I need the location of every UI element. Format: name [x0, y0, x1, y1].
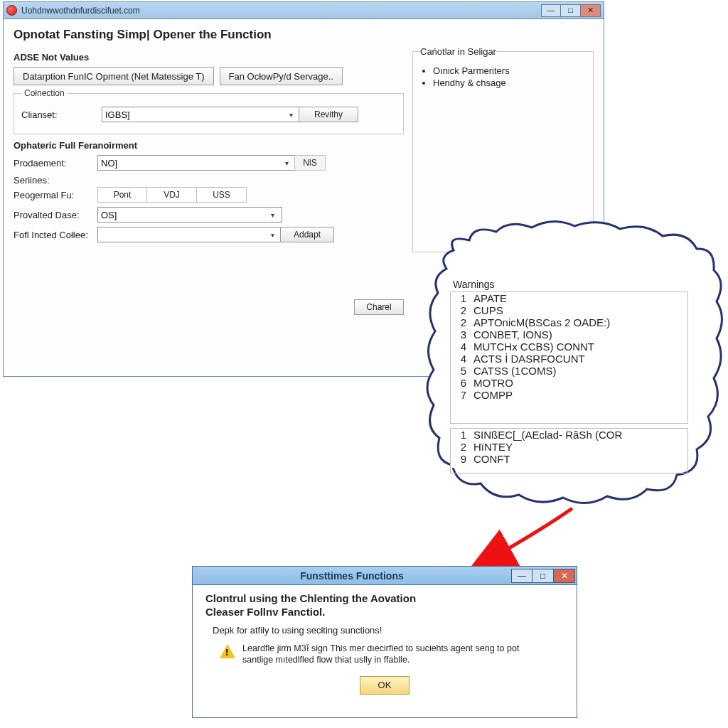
warning-row[interactable]: 5CATSS (1COMS)	[451, 365, 687, 377]
peogermal-label: Peogermal Fu:	[14, 190, 92, 200]
dialog-heading-2: Cleaser Follnv Fanctiol.	[205, 606, 564, 618]
fanoctow-button[interactable]: Fan OcłowPy/d Servage..	[220, 67, 343, 85]
warning-row[interactable]: 1APATE	[451, 292, 687, 304]
minimize-button[interactable]: —	[541, 4, 561, 17]
seligar-item[interactable]: Oınick Parmeriters	[433, 65, 586, 76]
seg-pont[interactable]: Pont	[97, 187, 147, 203]
dialog-title: Funsttimes Functions	[193, 570, 511, 582]
warning-row[interactable]: 7COMPP	[451, 389, 687, 401]
provalted-label: Provalted Dase:	[14, 210, 92, 220]
close-button[interactable]: ✕	[581, 4, 601, 17]
dialog-maximize-button[interactable]: □	[532, 569, 554, 583]
page-title: Opnotat Fansting Simp| Opener the Functi…	[14, 28, 404, 42]
peogermal-segments: Pont VDJ USS	[97, 187, 247, 203]
seg-uss[interactable]: USS	[197, 187, 247, 203]
warnings-title: Warnings	[453, 279, 688, 290]
seligar-list: Oınick Parmeriters Hendhy & chsage	[433, 65, 586, 88]
warning-row[interactable]: 4MUTCHx CCBS) CONNT	[451, 341, 687, 353]
warning-row[interactable]: 2APTOnicM(BSCas 2 OADE:)	[451, 316, 687, 328]
warnings-list-secondary[interactable]: 1SINßEC[_(AEclad- RâSh (COR2HïNTEY9CONFT	[450, 428, 688, 473]
adse-section-title: ADSE Not Values	[14, 52, 404, 63]
maximize-button[interactable]: □	[561, 4, 581, 17]
warning-row[interactable]: 2HïNTEY	[451, 441, 687, 453]
fofl-label: Fofl Incted Cołlee:	[14, 230, 92, 240]
ok-button[interactable]: OK	[360, 676, 410, 695]
app-icon	[6, 5, 17, 16]
fofl-select[interactable]	[97, 227, 282, 242]
warning-row[interactable]: 3CONBET, IONS)	[451, 328, 687, 341]
window-title: Uohdnwwothdnfurdiscifuet.com	[21, 6, 541, 16]
colnection-legend: Cołnection	[21, 88, 68, 98]
warnings-list[interactable]: 1APATE2CUPS2APTOnicM(BSCas 2 OADE:)3CONB…	[450, 291, 688, 424]
dialog-subtext: Depk for atfily to using secłting suncti…	[213, 625, 564, 636]
dialog-heading-1: Clontrul using the Chlenting the Aovatio…	[205, 592, 564, 604]
dialog-minimize-button[interactable]: —	[511, 569, 532, 583]
colnection-group: Cołnection Clianset: IGBS] Revithy	[14, 88, 404, 134]
provalted-select[interactable]: OS]	[97, 207, 282, 223]
dialog-close-button[interactable]: ✕	[554, 569, 575, 583]
dialog-titlebar: Funsttimes Functions — □ ✕	[193, 567, 577, 585]
prodaement-select[interactable]: NO]	[97, 155, 296, 171]
warning-row[interactable]: 1SINßEC[_(AEclad- RâSh (COR	[451, 429, 687, 441]
warnings-panel: Warnings 1APATE2CUPS2APTOnicM(BSCas 2 OA…	[450, 277, 688, 468]
datarption-button[interactable]: Datarption FunIC Opment (Net Matessige T…	[14, 67, 214, 85]
addapt-button[interactable]: Addapt	[280, 227, 334, 242]
ophateric-title: Ophateric Full Feranoirment	[14, 140, 404, 151]
warning-icon	[220, 644, 235, 658]
seligar-title: Cańotlar in Seligar	[420, 46, 496, 57]
warning-row[interactable]: 9CONFT	[451, 453, 687, 465]
seligar-item[interactable]: Hendhy & chsage	[433, 77, 586, 88]
seriines-label: Seriines:	[14, 175, 404, 186]
warning-row[interactable]: 2CUPS	[451, 304, 687, 316]
clianset-label: Clianset:	[21, 109, 96, 120]
nis-button[interactable]: NlS	[294, 155, 326, 171]
prodaement-label: Prodaement:	[14, 158, 92, 168]
warning-row[interactable]: 6MOTRO	[451, 377, 687, 389]
clianset-select[interactable]: IGBS]	[102, 107, 301, 122]
dialog-warning-text: Leardfle jirm M3ǐ sign This mer dıecirfi…	[242, 643, 527, 666]
revithy-button[interactable]: Revithy	[299, 107, 358, 122]
arrow-annotation	[459, 505, 579, 576]
titlebar: Uohdnwwothdnfurdiscifuet.com — □ ✕	[4, 2, 604, 19]
charel-button[interactable]: Charel	[354, 299, 404, 315]
dialog-window: Funsttimes Functions — □ ✕ Clontrul usin…	[192, 566, 577, 718]
warning-row[interactable]: 4ACTS İ DASRFOCUNT	[451, 353, 687, 365]
seligar-group: Cańotlar in Seligar Oınick Parmeriters H…	[412, 46, 594, 252]
seg-vdj[interactable]: VDJ	[147, 187, 197, 203]
